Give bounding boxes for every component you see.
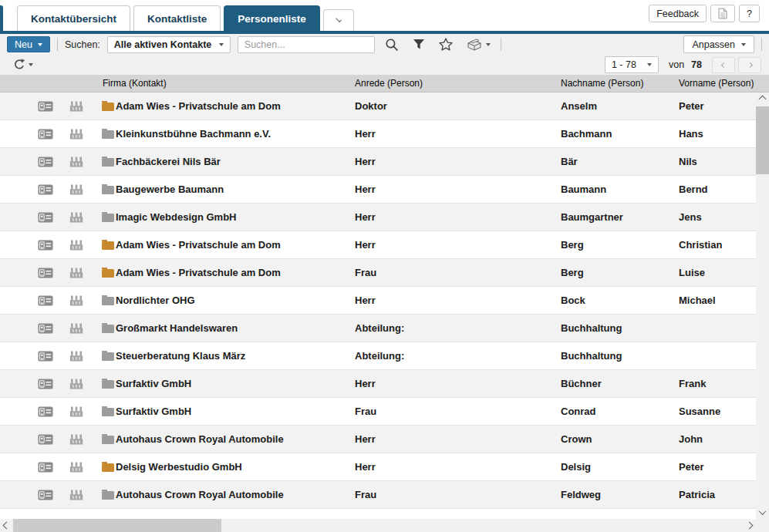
folder-icon — [102, 186, 114, 194]
contact-card-icon[interactable] — [38, 295, 53, 306]
cell-nachname: Buchhaltung — [561, 350, 679, 362]
table-row[interactable]: Imagic Webdesign GmbH Herr Baumgartner J… — [0, 204, 756, 231]
tab-overflow-button[interactable] — [323, 9, 354, 31]
table-row[interactable]: Fachbäckerei Nils Bär Herr Bär Nils — [0, 148, 756, 176]
cell-vorname: Michael — [679, 295, 756, 306]
help-button[interactable]: ? — [739, 5, 760, 22]
table-row[interactable]: Kleinkunstbühne Bachmann e.V. Herr Bachm… — [0, 120, 756, 148]
refresh-button[interactable] — [8, 56, 39, 74]
contact-card-icon[interactable] — [38, 351, 53, 362]
document-button[interactable] — [710, 5, 735, 22]
refresh-icon — [13, 59, 25, 71]
company-icon[interactable] — [69, 490, 83, 500]
contact-card-icon[interactable] — [38, 434, 53, 445]
contact-card-icon[interactable] — [38, 129, 53, 140]
company-icon[interactable] — [69, 184, 83, 195]
company-icon[interactable] — [69, 157, 83, 167]
page-range-dropdown[interactable]: 1 - 78 — [605, 56, 659, 73]
cell-nachname: Anselm — [561, 100, 679, 112]
contact-card-icon[interactable] — [38, 240, 53, 251]
table-row[interactable]: Autohaus Crown Royal Automobile Frau Fel… — [0, 481, 756, 509]
contact-card-icon[interactable] — [38, 406, 53, 417]
cell-nachname: Crown — [561, 433, 679, 445]
table-row[interactable]: Surfaktiv GmbH Herr Büchner Frank — [0, 370, 756, 398]
search-input[interactable] — [238, 36, 375, 53]
column-header-vorname[interactable]: Vorname (Person) — [679, 78, 769, 89]
scroll-left-button[interactable] — [0, 519, 13, 532]
table-row[interactable]: Delsig Werbestudio GmbH Herr Delsig Pete… — [0, 453, 756, 481]
scroll-up-button[interactable] — [756, 93, 769, 106]
company-icon[interactable] — [69, 406, 83, 417]
tab-kontaktliste[interactable]: Kontaktliste — [133, 5, 221, 31]
company-icon[interactable] — [69, 379, 83, 389]
saved-search-dropdown[interactable]: Alle aktiven Kontakte — [107, 36, 231, 53]
company-icon[interactable] — [69, 323, 83, 334]
search-button[interactable] — [382, 35, 402, 54]
tab-kontaktuebersicht[interactable]: Kontaktübersicht — [17, 5, 130, 31]
card-box-button[interactable] — [463, 35, 494, 54]
company-icon[interactable] — [69, 351, 83, 362]
cell-vorname: Patricia — [679, 489, 756, 500]
table-row[interactable]: Großmarkt Handelswaren Abteilung: Buchha… — [0, 315, 756, 342]
horizontal-scroll-thumb[interactable] — [13, 519, 221, 532]
table-row[interactable]: Adam Wies - Privatschule am Dom Doktor A… — [0, 93, 756, 120]
new-button[interactable]: Neu — [7, 36, 50, 52]
contact-card-icon[interactable] — [38, 157, 53, 167]
cell-nachname: Bock — [561, 295, 679, 306]
scroll-right-button[interactable] — [743, 519, 756, 532]
filter-button[interactable] — [409, 35, 429, 54]
previous-page-button[interactable] — [712, 57, 735, 73]
table-row[interactable]: Adam Wies - Privatschule am Dom Herr Ber… — [0, 231, 756, 259]
company-icon[interactable] — [69, 434, 83, 445]
company-icon[interactable] — [69, 462, 83, 473]
company-icon[interactable] — [69, 129, 83, 140]
table-row[interactable]: Autohaus Crown Royal Automobile Herr Cro… — [0, 426, 756, 453]
folder-icon — [102, 130, 114, 139]
contact-card-icon[interactable] — [38, 490, 53, 500]
table-row[interactable]: Adam Wies - Privatschule am Dom Frau Ber… — [0, 259, 756, 287]
customize-button[interactable]: Anpassen — [683, 35, 754, 53]
chevron-down-icon — [336, 16, 342, 22]
table-row[interactable]: Nordlichter OHG Herr Bock Michael — [0, 287, 756, 315]
cell-vorname: John — [679, 433, 756, 445]
tab-personenliste[interactable]: Personenliste — [224, 5, 320, 31]
column-header-nachname[interactable]: Nachname (Person) — [561, 78, 679, 89]
company-icon[interactable] — [69, 212, 83, 223]
contact-card-icon[interactable] — [38, 462, 53, 473]
contact-card-icon[interactable] — [38, 212, 53, 223]
company-icon[interactable] — [69, 295, 83, 306]
table-row[interactable]: Baugewerbe Baumann Herr Baumann Bernd — [0, 176, 756, 204]
folder-icon — [102, 380, 114, 389]
cell-anrede: Herr — [355, 184, 561, 195]
contact-card-icon[interactable] — [38, 268, 53, 278]
contact-card-icon[interactable] — [38, 323, 53, 334]
cell-nachname: Bachmann — [561, 128, 679, 140]
contact-card-icon[interactable] — [38, 101, 53, 112]
company-icon[interactable] — [69, 240, 83, 251]
next-page-button[interactable] — [738, 57, 761, 73]
folder-icon — [102, 103, 114, 111]
folder-icon — [102, 463, 114, 472]
cell-firma: Surfaktiv GmbH — [116, 406, 355, 417]
company-icon[interactable] — [69, 101, 83, 112]
page-range-value: 1 - 78 — [612, 59, 636, 70]
chevron-down-icon — [219, 43, 224, 46]
folder-icon — [102, 491, 114, 500]
chevron-down-icon — [486, 43, 491, 46]
scroll-down-button[interactable] — [756, 506, 769, 519]
chevron-right-icon — [746, 522, 754, 530]
vertical-scrollbar[interactable] — [756, 93, 769, 519]
company-icon[interactable] — [69, 268, 83, 278]
column-header-firma[interactable]: Firma (Kontakt) — [93, 78, 355, 89]
column-header-anrede[interactable]: Anrede (Person) — [355, 78, 561, 89]
horizontal-scrollbar[interactable] — [0, 519, 769, 532]
favorite-button[interactable] — [436, 35, 456, 54]
cell-anrede: Doktor — [355, 100, 561, 112]
contact-card-icon[interactable] — [38, 379, 53, 389]
contact-card-icon[interactable] — [38, 184, 53, 195]
table-row[interactable]: Surfaktiv GmbH Frau Conrad Susanne — [0, 398, 756, 426]
table-row[interactable]: Steuerberatung Klaus März Abteilung: Buc… — [0, 342, 756, 370]
chevron-right-icon — [747, 62, 752, 67]
vertical-scroll-thumb[interactable] — [756, 106, 769, 174]
feedback-button[interactable]: Feedback — [649, 5, 707, 22]
